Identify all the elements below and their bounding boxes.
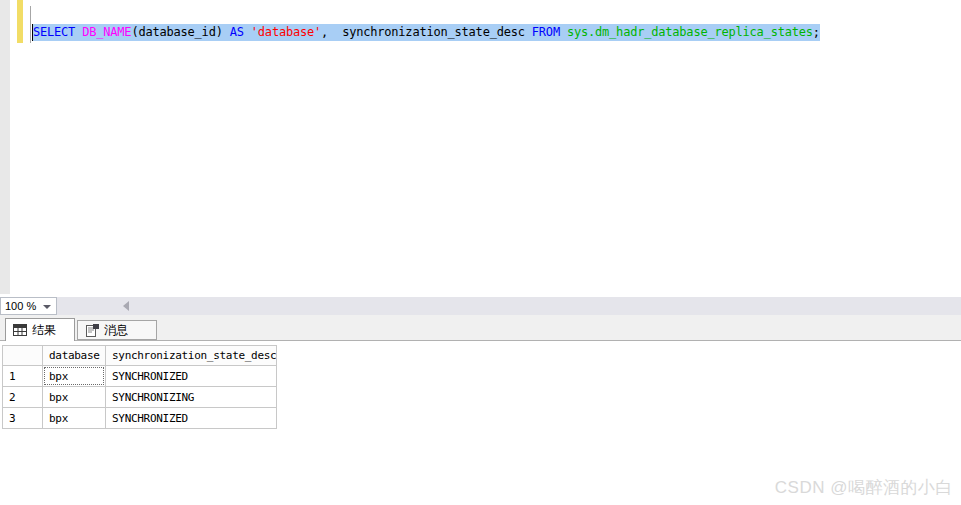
editor-gutter <box>0 0 10 294</box>
column-header-database[interactable]: database <box>43 346 106 366</box>
cell-database[interactable]: bpx <box>43 408 106 429</box>
scroll-left-arrow-icon[interactable] <box>123 301 129 311</box>
table-row: 1 bpx SYNCHRONIZED <box>3 366 277 387</box>
sql-token: (database_id) <box>131 25 229 39</box>
table-row: 2 bpx SYNCHRONIZING <box>3 387 277 408</box>
editor-status-strip: 100 % <box>0 297 961 315</box>
horizontal-scrollbar[interactable] <box>59 297 961 315</box>
results-header-row: database synchronization_state_desc <box>3 346 277 366</box>
row-number[interactable]: 1 <box>3 366 43 387</box>
tab-messages-label: 消息 <box>104 322 128 339</box>
sql-token: , synchronization_state_desc <box>321 25 532 39</box>
results-tab-strip: 结果 消息 <box>0 315 961 341</box>
tab-results-label: 结果 <box>32 322 56 339</box>
sql-token: 'database' <box>251 25 321 39</box>
cell-sync-state[interactable]: SYNCHRONIZING <box>106 387 277 408</box>
sql-token: FROM <box>532 25 567 39</box>
zoom-level-dropdown[interactable]: 100 % <box>0 297 57 315</box>
sql-token: AS <box>230 25 251 39</box>
sql-token: ; <box>813 25 820 39</box>
sql-token: SELECT <box>33 25 82 39</box>
sql-editor[interactable]: SELECT DB_NAME(database_id) AS 'database… <box>0 0 961 296</box>
message-document-icon <box>85 324 99 337</box>
sql-token: sys.dm_hadr_database_replica_states <box>567 25 813 39</box>
column-header-sync-state[interactable]: synchronization_state_desc <box>106 346 277 366</box>
tab-results[interactable]: 结果 <box>5 318 75 341</box>
ssms-query-window: SELECT DB_NAME(database_id) AS 'database… <box>0 0 961 505</box>
sql-token: DB_NAME <box>82 25 131 39</box>
change-tracking-bar <box>17 0 23 43</box>
row-number[interactable]: 2 <box>3 387 43 408</box>
row-number[interactable]: 3 <box>3 408 43 429</box>
table-row: 3 bpx SYNCHRONIZED <box>3 408 277 429</box>
watermark: CSDN @喝醉酒的小白 <box>775 476 953 499</box>
cell-sync-state[interactable]: SYNCHRONIZED <box>106 366 277 387</box>
outline-margin-line <box>30 6 31 43</box>
results-grid: database synchronization_state_desc 1 bp… <box>2 345 277 429</box>
tab-messages[interactable]: 消息 <box>77 320 157 340</box>
chevron-down-icon[interactable] <box>43 305 51 309</box>
corner-header-cell[interactable] <box>3 346 43 366</box>
sql-code-line[interactable]: SELECT DB_NAME(database_id) AS 'database… <box>33 24 820 41</box>
cell-database[interactable]: bpx <box>43 366 106 387</box>
cell-database[interactable]: bpx <box>43 387 106 408</box>
table-grid-icon <box>13 324 27 336</box>
cell-sync-state[interactable]: SYNCHRONIZED <box>106 408 277 429</box>
zoom-level-value: 100 % <box>5 300 36 312</box>
